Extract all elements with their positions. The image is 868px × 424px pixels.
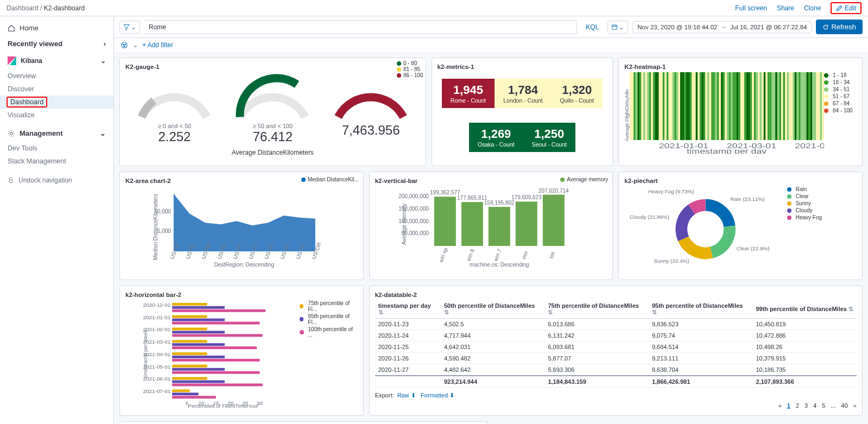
panel-gauge-2: K2-gauge-2: [119, 421, 488, 424]
page-link[interactable]: 2: [796, 402, 799, 409]
sidebar-item-stackmgmt[interactable]: Stack Management: [0, 155, 113, 168]
svg-rect-101: [814, 72, 816, 140]
page-prev[interactable]: «: [778, 402, 782, 409]
page-link[interactable]: 3: [804, 402, 808, 409]
svg-rect-151: [172, 303, 207, 306]
undock-nav[interactable]: Undock navigation: [0, 173, 113, 187]
fullscreen-link[interactable]: Full screen: [735, 4, 767, 12]
sidebar-item-visualize[interactable]: Visualize: [0, 109, 113, 122]
svg-text:179,609,623: 179,609,623: [511, 194, 542, 200]
filter-funnel-icon: [123, 24, 130, 30]
page-link[interactable]: 40: [841, 402, 848, 409]
svg-rect-51: [717, 72, 719, 140]
svg-rect-10: [638, 72, 640, 140]
page-next[interactable]: »: [853, 402, 857, 409]
kibana-header[interactable]: Kibana ⌄: [0, 52, 113, 69]
panel-title: k2-datatable-2: [375, 292, 857, 298]
page-link[interactable]: 1: [787, 402, 790, 409]
table-row: 2020-11-274,482.6425,693.3068,638.70410,…: [375, 364, 857, 376]
svg-rect-83: [780, 72, 782, 140]
svg-point-5: [122, 42, 128, 48]
pie-chart: Rain (23.11%)Clear (22.9%)Sunny (22.4%)C…: [624, 186, 787, 272]
sidebar-item-discover[interactable]: Discover: [0, 83, 113, 96]
sidebar-item-dashboard[interactable]: Dashboard: [0, 96, 113, 109]
query-options-button[interactable]: ⌄: [119, 21, 140, 34]
page-link[interactable]: 5: [822, 402, 825, 409]
svg-rect-104: [820, 72, 822, 140]
svg-text:Heavy Fog (9.73%): Heavy Fog (9.73%): [648, 188, 694, 194]
svg-text:2021-07-01: 2021-07-01: [143, 388, 171, 394]
sidebar-home[interactable]: Home: [0, 21, 113, 35]
svg-rect-39: [694, 72, 696, 140]
svg-rect-19: [655, 72, 657, 140]
svg-rect-6: [630, 72, 632, 140]
chevron-down-icon: ⌄: [131, 23, 136, 31]
svg-text:osx: osx: [520, 250, 529, 260]
svg-rect-35: [686, 72, 688, 140]
recently-viewed-header[interactable]: Recently viewed ›: [0, 35, 113, 52]
calendar-icon: [611, 24, 618, 30]
area-legend: Median DistanceKil...: [301, 176, 359, 182]
clone-link[interactable]: Clone: [804, 4, 821, 12]
management-header[interactable]: Management ⌄: [0, 125, 113, 142]
dashboard-canvas: K2-gauge-1 0 - 8081 - 8586 - 100 ≥ 0 and…: [114, 52, 868, 424]
metric-card: 1,250Seoul - Count: [523, 123, 575, 152]
metric-card: 1,320Quito - Count: [552, 79, 603, 108]
svg-rect-28: [673, 72, 675, 140]
svg-text:Median DistanceKilometers: Median DistanceKilometers: [153, 194, 159, 260]
svg-rect-22: [661, 72, 663, 140]
table-header[interactable]: 95th percentile of DistanceMiles ⇅: [649, 300, 753, 319]
svg-rect-44: [704, 72, 706, 140]
svg-rect-102: [816, 72, 819, 140]
table-header[interactable]: 75th percentile of DistanceMiles ⇅: [544, 300, 649, 319]
date-quick-button[interactable]: ⌄: [607, 21, 628, 34]
svg-rect-156: [172, 319, 225, 321]
metric-card: 1,945Rome - Count: [442, 79, 495, 108]
table-header[interactable]: 99th percentile of DistanceMiles ⇅: [752, 300, 857, 319]
pagination: « 12345...40»: [375, 402, 857, 409]
table-totals: 923,214.9441,184,843.1591,866,426.9812,1…: [375, 376, 857, 388]
svg-rect-164: [172, 343, 225, 346]
search-input[interactable]: [144, 20, 577, 34]
breadcrumb-root[interactable]: Dashboard: [7, 4, 39, 12]
svg-text:machine.os: Descending: machine.os: Descending: [470, 262, 529, 268]
export-raw-link[interactable]: Raw ⬇: [397, 392, 416, 398]
svg-rect-53: [721, 72, 723, 140]
lock-icon: [8, 177, 14, 183]
add-filter-button[interactable]: + Add filter: [142, 41, 173, 49]
svg-rect-52: [719, 72, 721, 140]
refresh-button[interactable]: Refresh: [816, 20, 863, 34]
svg-rect-49: [713, 72, 715, 140]
edit-button[interactable]: Edit: [831, 2, 861, 14]
metric-card: 1,784London - Count: [495, 79, 551, 108]
svg-rect-181: [172, 396, 216, 398]
page-link[interactable]: ...: [831, 402, 835, 409]
svg-text:5,000: 5,000: [157, 228, 171, 234]
svg-rect-7: [632, 72, 634, 140]
gauge-1: ≥ 50 and < 100 76.412: [232, 72, 313, 144]
kql-toggle[interactable]: KQL: [581, 23, 603, 31]
svg-rect-94: [801, 72, 803, 140]
table-header[interactable]: timestamp per day ⇅: [375, 300, 441, 319]
date-range-picker[interactable]: Nov 23, 2020 @ 19:18:44.02 → Jul 16, 202…: [632, 21, 812, 33]
page-link[interactable]: 4: [813, 402, 816, 409]
hbar-chart: 2020-12-012021-01-012021-02-012021-03-01…: [125, 300, 300, 408]
table-header[interactable]: 50th percentile of DistanceMiles ⇅: [441, 300, 545, 319]
sidebar-item-overview[interactable]: Overview: [0, 69, 113, 83]
topbar: Dashboard / K2-dashboard Full screen Sha…: [0, 0, 868, 16]
table-row: 2020-11-234,502.56,013.6869,836.52310,45…: [375, 319, 857, 330]
filter-icon[interactable]: [121, 41, 128, 49]
svg-text:Rain (23.11%): Rain (23.11%): [731, 196, 765, 202]
svg-rect-32: [680, 72, 682, 140]
share-link[interactable]: Share: [777, 4, 794, 12]
datatable: timestamp per day ⇅50th percentile of Di…: [375, 300, 857, 388]
sidebar-item-devtools[interactable]: Dev Tools: [0, 142, 113, 155]
svg-rect-4: [612, 25, 617, 29]
panel-title: k2-metrics-1: [438, 64, 607, 70]
panel-title: k2-horizontal bar-2: [125, 292, 358, 298]
svg-rect-180: [172, 393, 198, 395]
svg-rect-37: [690, 72, 692, 140]
svg-rect-65: [744, 72, 746, 140]
svg-point-2: [10, 132, 12, 134]
export-formatted-link[interactable]: Formatted ⬇: [421, 392, 454, 398]
